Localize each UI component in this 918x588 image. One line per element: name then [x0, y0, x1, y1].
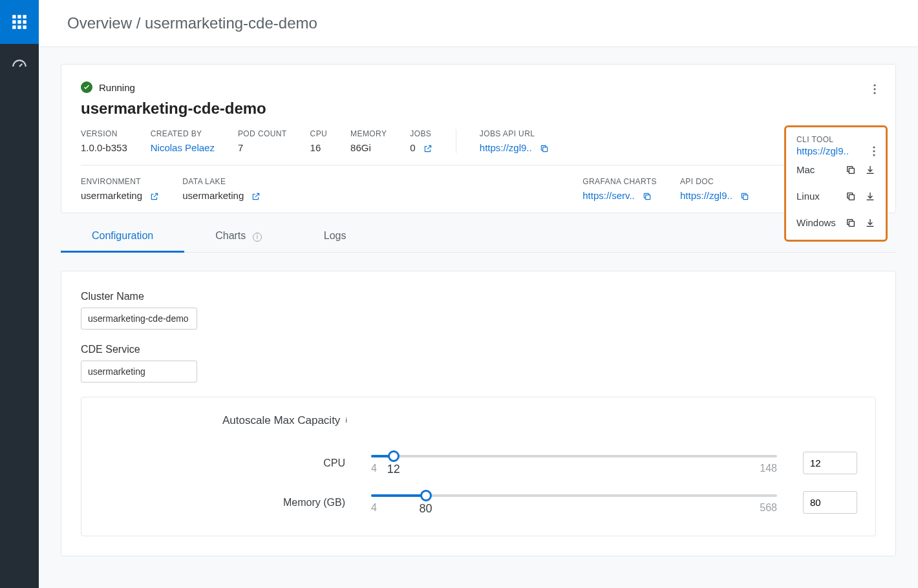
memory-slider-thumb[interactable] [420, 490, 432, 501]
cpu-max: 148 [760, 463, 777, 474]
cluster-name-label: Cluster Name [81, 291, 876, 302]
kv-apidoc: API DOC https://zgl9.. [680, 177, 749, 201]
memory-value-input[interactable] [803, 491, 857, 514]
svg-rect-8 [23, 25, 26, 28]
kv-memory: MEMORY 86Gi [350, 129, 387, 153]
tabs: Configuration Charts i Logs [61, 220, 896, 253]
jobsapi-copy-icon[interactable] [540, 144, 549, 153]
kv-jobs: JOBS 0 [410, 129, 432, 153]
jobs-open-icon[interactable] [423, 144, 432, 153]
kv-version: VERSION 1.0.0-b353 [81, 129, 127, 153]
apidoc-copy-icon[interactable] [740, 192, 749, 201]
cli-tool-dropdown: CLI TOOL https://zgl9.. Mac Linux [784, 125, 888, 242]
cli-mac-download-icon[interactable] [865, 165, 875, 175]
svg-rect-12 [543, 147, 548, 152]
svg-rect-20 [849, 221, 854, 226]
svg-rect-18 [849, 168, 854, 173]
grafana-link[interactable]: https://serv.. [582, 190, 635, 201]
summary-kebab-button[interactable] [873, 84, 876, 94]
tab-charts[interactable]: Charts i [184, 220, 293, 252]
apps-grid-icon [11, 14, 28, 30]
svg-point-10 [873, 88, 875, 90]
kebab-icon [873, 146, 875, 156]
kv-podcount: POD COUNT 7 [238, 129, 287, 153]
svg-rect-5 [23, 20, 26, 23]
info-icon: i [253, 233, 262, 242]
svg-rect-14 [743, 195, 748, 200]
config-card: Cluster Name CDE Service Autoscale Max C… [61, 271, 896, 556]
autoscale-title: Autoscale Max Capacity [222, 414, 340, 427]
kebab-icon [873, 84, 876, 94]
svg-rect-19 [849, 194, 854, 200]
svg-rect-4 [17, 20, 21, 23]
svg-rect-3 [12, 20, 16, 23]
datalake-open-icon[interactable] [251, 192, 261, 201]
tab-configuration[interactable]: Configuration [61, 220, 184, 252]
svg-point-11 [873, 92, 875, 94]
createdby-link[interactable]: Nicolas Pelaez [151, 142, 215, 153]
breadcrumb: Overview / usermarketing-cde-demo [39, 0, 918, 47]
memory-slider-label: Memory (GB) [100, 497, 345, 509]
cpu-slider-thumb[interactable] [388, 450, 400, 462]
sidebar [0, 0, 39, 588]
breadcrumb-root[interactable]: Overview [67, 14, 132, 32]
cli-linux-download-icon[interactable] [865, 191, 875, 202]
cpu-min: 4 [371, 463, 377, 474]
app-launcher-button[interactable] [0, 0, 39, 44]
svg-rect-13 [646, 195, 650, 200]
cde-service-input[interactable] [81, 361, 197, 383]
kv-grafana: GRAFANA CHARTS https://serv.. [582, 177, 657, 201]
kv-createdby: CREATED BY Nicolas Pelaez [151, 129, 215, 153]
kv-environment: ENVIRONMENT usermarketing [81, 177, 159, 201]
info-icon: i [345, 415, 356, 426]
cli-windows-copy-icon[interactable] [846, 218, 856, 228]
svg-rect-0 [12, 15, 16, 18]
jobsapi-link[interactable]: https://zgl9.. [480, 142, 532, 153]
kv-jobsapi: JOBS API URL https://zgl9.. [456, 129, 549, 153]
cluster-name-input[interactable] [81, 308, 197, 330]
cli-windows-download-icon[interactable] [865, 218, 875, 228]
status-running-icon [81, 81, 92, 93]
svg-rect-6 [12, 25, 16, 28]
cpu-value-input[interactable] [803, 452, 857, 474]
cpu-slider[interactable]: 4 12 148 [371, 452, 777, 474]
memory-current: 80 [420, 502, 432, 516]
cde-service-label: CDE Service [81, 344, 876, 355]
cpu-current: 12 [387, 463, 400, 476]
memory-max: 568 [760, 502, 777, 514]
svg-point-15 [873, 146, 875, 148]
cli-row-linux: Linux [796, 183, 875, 209]
kv-datalake: DATA LAKE usermarketing [182, 177, 261, 201]
env-open-icon[interactable] [150, 192, 159, 201]
sidebar-item-overview[interactable] [0, 44, 39, 88]
svg-rect-2 [23, 15, 26, 18]
cli-mac-copy-icon[interactable] [846, 165, 856, 175]
grafana-copy-icon[interactable] [643, 192, 652, 201]
cli-kebab-button[interactable] [873, 146, 875, 156]
svg-rect-1 [17, 15, 21, 18]
summary-title: usermarketing-cde-demo [81, 100, 876, 118]
tab-logs[interactable]: Logs [293, 220, 378, 252]
cpu-slider-label: CPU [100, 457, 345, 469]
cli-linux-copy-icon[interactable] [846, 191, 856, 202]
status-text: Running [99, 82, 135, 93]
autoscale-box: Autoscale Max Capacity i CPU 4 12 [81, 397, 876, 536]
summary-card: Running usermarketing-cde-demo VERSION 1… [61, 64, 896, 213]
apidoc-link[interactable]: https://zgl9.. [680, 190, 732, 201]
main-content: Overview / usermarketing-cde-demo Runnin… [39, 0, 918, 588]
cli-link[interactable]: https://zgl9.. [796, 145, 849, 156]
memory-min: 4 [371, 502, 377, 514]
breadcrumb-current: usermarketing-cde-demo [145, 14, 317, 32]
memory-slider[interactable]: 4 80 568 [371, 492, 777, 514]
svg-point-9 [873, 84, 875, 86]
svg-point-16 [873, 150, 875, 152]
kv-cpu: CPU 16 [310, 129, 328, 153]
gauge-icon [11, 58, 28, 74]
svg-point-17 [873, 154, 875, 156]
cli-row-mac: Mac [796, 156, 875, 183]
breadcrumb-sep: / [136, 14, 141, 32]
svg-rect-7 [17, 25, 21, 28]
cli-row-windows: Windows [796, 209, 875, 236]
